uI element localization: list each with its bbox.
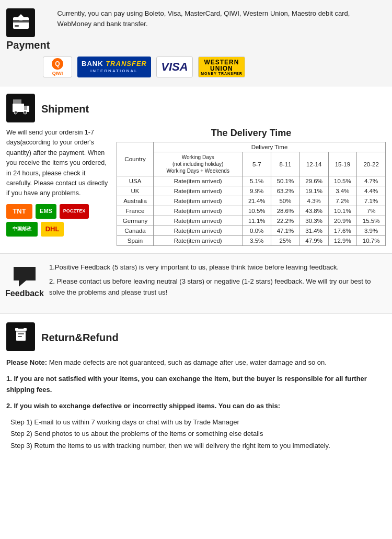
feedback-point1: 1.Positive Feedback (5 stars) is very im… — [49, 262, 386, 273]
dhl-logo: DHL — [41, 222, 64, 237]
feedback-content: 1.Positive Feedback (5 stars) is very im… — [49, 262, 386, 301]
return-note-text: Men made defects are not guaranteed, suc… — [47, 358, 327, 366]
table-row: SpainRate(item arrived)3.5%25%47.9%12.9%… — [117, 236, 386, 246]
bank-transfer-logo: BANK TRANSFER INTERNATIONAL — [77, 57, 151, 77]
col-country: Country — [117, 142, 154, 176]
feedback-header: Feedback 1.Positive Feedback (5 stars) i… — [6, 262, 386, 301]
table-row: GermanyRate(item arrived)11.1%22.2%30.3%… — [117, 216, 386, 226]
pocztex-logo: POCZTEX — [60, 204, 89, 219]
western-union-logo: WESTERN UNION MONEY TRANSFER — [198, 57, 245, 77]
return-step3: Step 3) Return the items to us with trac… — [6, 441, 386, 452]
col-20-22: 20-22 — [357, 152, 386, 176]
svg-rect-3 — [13, 104, 24, 112]
return-point1: 1. If you are not satisfied with your it… — [6, 374, 386, 396]
qiwi-logo: Q QIWI — [43, 57, 72, 77]
table-row: UKRate(item arrived)9.9%63.2%19.1%3.4%4.… — [117, 186, 386, 196]
feedback-point2: 2. Please contact us before leaving neut… — [49, 276, 386, 298]
col-rate-label: Working Days(not including holiday)Worki… — [154, 152, 243, 176]
feedback-icon-wrapper: Feedback — [6, 265, 43, 298]
return-icon — [6, 322, 35, 351]
visa-logo: VISA — [156, 57, 193, 77]
shipping-carrier-logos: TNT EMS POCZTEX 中国邮政 DHL — [6, 204, 108, 237]
feedback-section: Feedback 1.Positive Feedback (5 stars) i… — [0, 254, 392, 314]
return-note: Please Note: Men made defects are not gu… — [6, 357, 386, 368]
col-delivery-time: Delivery Time — [154, 142, 386, 152]
table-row: AustraliaRate(item arrived)21.4%50%4.3%7… — [117, 196, 386, 206]
svg-rect-12 — [18, 336, 22, 337]
payment-icon: Payment — [6, 8, 50, 51]
feedback-icon — [11, 265, 38, 288]
payment-title: Payment — [6, 39, 50, 51]
shipment-left: We will send your ordersin 1-7 days(acco… — [6, 128, 108, 246]
shipment-body: We will send your ordersin 1-7 days(acco… — [6, 128, 386, 246]
return-body: Please Note: Men made defects are not gu… — [6, 357, 386, 452]
tnt-logo: TNT — [6, 204, 32, 219]
return-step2: Step 2) Send photos to us about the prob… — [6, 429, 386, 440]
col-5-7: 5-7 — [243, 152, 271, 176]
return-title: Return&Refund — [41, 332, 119, 344]
table-row: USARate(item arrived)5.1%50.1%29.6%10.5%… — [117, 176, 386, 186]
delivery-table: Country Delivery Time Working Days(not i… — [117, 142, 386, 246]
table-row: CanadaRate(item arrived)0.0%47.1%31.4%17… — [117, 226, 386, 236]
payment-logos: Q QIWI BANK TRANSFER INTERNATIONAL VISA … — [43, 57, 386, 77]
return-refund-section: Return&Refund Please Note: Men made defe… — [0, 314, 392, 461]
svg-point-7 — [24, 111, 27, 114]
payment-header: Payment Currently, you can pay using Bol… — [6, 8, 386, 51]
col-15-19: 15-19 — [328, 152, 357, 176]
feedback-title: Feedback — [5, 289, 44, 298]
return-point2: 2. If you wish to exchange defective or … — [6, 401, 386, 412]
return-header: Return&Refund — [6, 322, 386, 351]
shipment-icon — [6, 94, 35, 122]
ems-logo: EMS — [36, 204, 56, 219]
shipment-section: Shipment We will send your ordersin 1-7 … — [0, 86, 392, 254]
chinapost-logo: 中国邮政 — [6, 222, 38, 237]
shipment-title: Shipment — [41, 103, 89, 115]
payment-description: Currently, you can pay using Boleto, Vis… — [57, 8, 386, 29]
return-step1: Step 1) E-mail to us within 7 working da… — [6, 417, 386, 428]
svg-point-6 — [14, 111, 17, 114]
return-note-label: Please Note: — [6, 358, 47, 366]
svg-marker-8 — [14, 267, 36, 287]
svg-rect-2 — [15, 25, 19, 27]
delivery-title: The Delivery Time — [117, 128, 386, 139]
shipment-right: The Delivery Time Country Delivery Time … — [117, 128, 386, 246]
svg-rect-11 — [18, 333, 24, 334]
payment-section: Payment Currently, you can pay using Bol… — [0, 0, 392, 86]
shipment-header: Shipment — [6, 94, 386, 122]
svg-rect-5 — [24, 106, 27, 110]
table-row: FranceRate(item arrived)10.5%28.6%43.8%1… — [117, 206, 386, 216]
svg-rect-15 — [18, 329, 24, 331]
col-12-14: 12-14 — [299, 152, 328, 176]
shipment-intro: We will send your ordersin 1-7 days(acco… — [6, 128, 108, 199]
col-8-11: 8-11 — [271, 152, 300, 176]
